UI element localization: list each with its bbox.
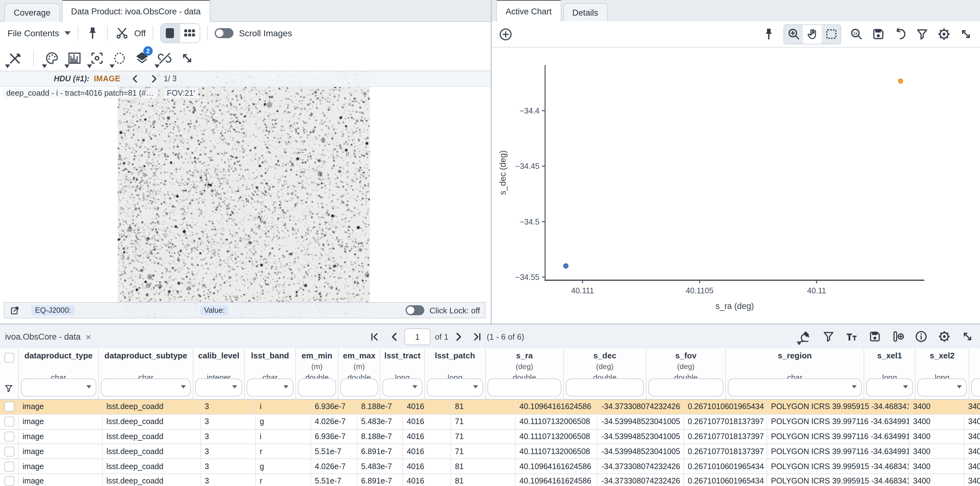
cell-em_min[interactable]: 5.51e-7 — [311, 445, 357, 459]
row-checkbox[interactable] — [4, 402, 14, 412]
column-header-em_min[interactable]: em_min(m)double — [296, 348, 339, 399]
scroll-images-toggle[interactable]: Scroll Images — [215, 28, 292, 38]
cell-calib_level[interactable]: 3 — [201, 474, 256, 486]
cell-s_ra[interactable]: 40.11107132006508 — [515, 415, 598, 429]
table-row[interactable]: imagelsst.deep_coadd3i6.936e-78.188e-740… — [0, 429, 980, 445]
column-header-lsst_tract[interactable]: lsst_tractlong — [380, 348, 425, 399]
column-filter-select[interactable] — [866, 378, 913, 397]
layers-icon[interactable]: 2 — [133, 48, 151, 68]
cell-dataproduct_type[interactable]: image — [19, 445, 103, 459]
microscope-icon[interactable] — [798, 328, 813, 345]
cell-em_min[interactable]: 5.51e-7 — [311, 474, 357, 486]
cell-s_region[interactable]: POLYGON ICRS 39.995915 -34.468341 40. — [767, 474, 909, 486]
scatter-plot[interactable]: 40.11140.110540.11−34.4−34.45−34.5−34.55… — [492, 48, 980, 324]
cell-s_region[interactable]: POLYGON ICRS 39.995915 -34.468341 40. — [767, 400, 909, 414]
column-filter-select[interactable] — [427, 378, 483, 397]
cell-s_fov[interactable]: 0.2671077018137397 — [684, 429, 767, 444]
settings-icon[interactable] — [937, 328, 952, 345]
cell-s_xel1[interactable]: 3400 — [909, 459, 964, 473]
cell-dataproduct_subtype[interactable]: lsst.deep_coadd — [103, 400, 201, 414]
info-icon[interactable] — [914, 328, 929, 345]
cell-s_xel2[interactable]: 3400 — [964, 474, 980, 486]
cell-s_dec[interactable]: -34.373308074232426 — [598, 474, 684, 486]
tab-data-product[interactable]: Data Product: ivoa.ObsCore - data — [62, 0, 210, 22]
region-circle-icon[interactable] — [111, 48, 128, 68]
cell-dataproduct_type[interactable]: image — [19, 459, 103, 473]
table-row[interactable]: imagelsst.deep_coadd3r5.51e-76.891e-7401… — [0, 474, 980, 486]
tools-icon[interactable] — [6, 48, 24, 68]
column-header-calib_level[interactable]: calib_levelinteger — [193, 348, 245, 399]
column-header-s_fov[interactable]: s_fov(deg)double — [646, 348, 726, 399]
cell-em_max[interactable]: 8.188e-7 — [357, 400, 403, 414]
cell-s_dec[interactable]: -34.539948523041005 — [598, 445, 684, 459]
column-header-em_max[interactable]: em_max(m)double — [339, 348, 380, 399]
cell-lsst_tract[interactable]: 4016 — [403, 445, 451, 459]
cell-dataproduct_subtype[interactable]: lsst.deep_coadd — [103, 445, 201, 459]
crop-toggle-button[interactable]: Off — [115, 25, 146, 41]
row-checkbox[interactable] — [4, 461, 14, 471]
add-chart-icon[interactable] — [498, 27, 513, 41]
cell-em_min[interactable]: 6.936e-7 — [311, 429, 357, 444]
next-page-icon[interactable] — [453, 331, 463, 342]
column-filter-input[interactable] — [298, 378, 336, 397]
histogram-icon[interactable] — [66, 48, 83, 68]
hdu-prev-icon[interactable] — [130, 74, 140, 84]
cell-calib_level[interactable]: 3 — [201, 400, 256, 414]
cell-dataproduct_type[interactable]: image — [19, 474, 103, 486]
column-header-s_region[interactable]: s_regionchar — [726, 348, 864, 399]
cell-lsst_patch[interactable]: 71 — [451, 415, 515, 429]
cell-lsst_tract[interactable]: 4016 — [403, 459, 451, 473]
pin-icon[interactable] — [760, 26, 776, 42]
zoom-in-icon[interactable] — [784, 25, 803, 43]
cell-calib_level[interactable]: 3 — [201, 429, 256, 444]
cell-s_fov[interactable]: 0.2671077018137397 — [684, 445, 767, 459]
cell-dataproduct_subtype[interactable]: lsst.deep_coadd — [103, 429, 201, 444]
cell-s_ra[interactable]: 40.10964161624586 — [515, 474, 598, 486]
cell-s_region[interactable]: POLYGON ICRS 39.995915 -34.468341 40. — [767, 459, 909, 473]
cell-lsst_band[interactable]: r — [256, 474, 311, 486]
column-filter-select[interactable] — [382, 378, 422, 397]
column-filter-input[interactable] — [340, 378, 378, 397]
cell-dataproduct_subtype[interactable]: lsst.deep_coadd — [103, 474, 201, 486]
expand-icon[interactable] — [958, 26, 974, 42]
cell-s_xel1[interactable]: 3400 — [909, 474, 964, 486]
table-row[interactable]: imagelsst.deep_coadd3g4.026e-75.483e-740… — [0, 415, 980, 430]
expand-icon[interactable] — [960, 328, 975, 345]
cell-s_region[interactable]: POLYGON ICRS 39.997116 -34.634991 40. — [767, 429, 909, 444]
column-header-lsst_patch[interactable]: lsst_patchlong — [425, 348, 485, 399]
settings-icon[interactable] — [935, 26, 952, 42]
expand-icon[interactable] — [178, 48, 196, 68]
column-filter-select[interactable] — [971, 378, 980, 397]
cell-lsst_band[interactable]: g — [256, 415, 311, 429]
open-new-window-icon[interactable] — [10, 305, 20, 316]
column-filter-select[interactable] — [195, 378, 242, 397]
column-header-dataproduct_type[interactable]: dataproduct_typechar — [19, 348, 99, 399]
cell-lsst_patch[interactable]: 81 — [451, 459, 515, 473]
column-header-s_dec[interactable]: s_dec(deg)double — [564, 348, 646, 399]
pan-hand-icon[interactable] — [803, 25, 822, 43]
cell-s_xel2[interactable]: 3400 — [964, 445, 980, 459]
filter-icon[interactable] — [914, 26, 930, 42]
click-lock-toggle[interactable]: Click Lock: off — [406, 305, 480, 315]
column-filter-select[interactable] — [728, 378, 862, 397]
cell-lsst_tract[interactable]: 4016 — [403, 429, 451, 444]
row-checkbox[interactable] — [4, 446, 14, 457]
cell-dataproduct_type[interactable]: image — [19, 415, 103, 429]
prev-page-icon[interactable] — [389, 331, 400, 342]
cell-s_ra[interactable]: 40.10964161624586 — [515, 459, 598, 473]
cell-lsst_band[interactable]: r — [256, 445, 311, 459]
cell-s_dec[interactable]: -34.539948523041005 — [598, 415, 684, 429]
cell-s_xel1[interactable]: 3400 — [909, 429, 964, 444]
cell-lsst_tract[interactable]: 4016 — [403, 415, 451, 429]
cell-s_ra[interactable]: 40.11107132006508 — [515, 445, 598, 459]
column-filter-input[interactable] — [566, 378, 644, 397]
cell-s_dec[interactable]: -34.539948523041005 — [598, 429, 684, 444]
restore-icon[interactable] — [892, 26, 908, 42]
close-icon[interactable]: × — [86, 331, 91, 342]
column-filter-select[interactable] — [101, 378, 191, 397]
cell-s_fov[interactable]: 0.2671010601965434 — [684, 400, 767, 414]
text-options-icon[interactable] — [844, 328, 859, 345]
table-row[interactable]: imagelsst.deep_coadd3g4.026e-75.483e-740… — [0, 459, 980, 474]
table-row[interactable]: imagelsst.deep_coadd3i6.936e-78.188e-740… — [0, 400, 980, 415]
cell-s_ra[interactable]: 40.11107132006508 — [515, 429, 598, 444]
